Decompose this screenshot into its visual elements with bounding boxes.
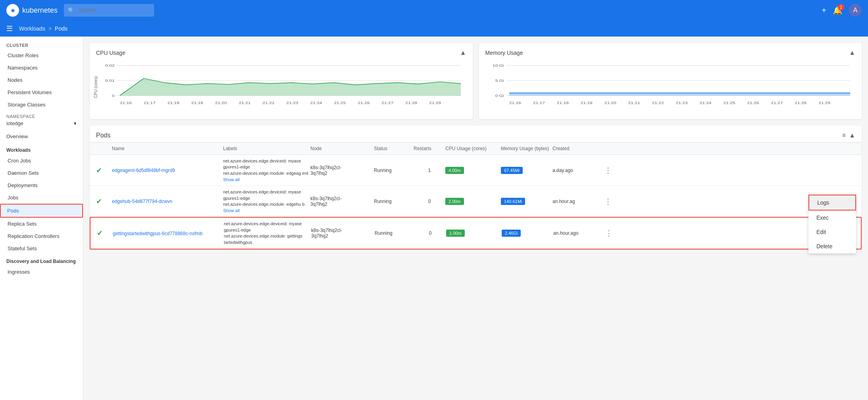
row2-memory-badge: 140.61Mi: [501, 198, 525, 205]
breadcrumb-bar: ☰ Workloads > Pods: [0, 21, 868, 37]
svg-text:0: 0: [112, 93, 115, 98]
sidebar-item-storage-classes[interactable]: Storage Classes: [0, 99, 83, 111]
namespace-section: Namespace iotedge ▾: [0, 111, 83, 129]
context-menu: Logs Exec Edit Delete: [808, 195, 856, 253]
memory-chart-area: 10 Gi 5 Gi 0 Gi 21:16 21:17 21:18 21:19 …: [485, 61, 856, 113]
sidebar-item-ingresses[interactable]: Ingresses: [0, 266, 83, 278]
row3-more-button[interactable]: ⋮: [601, 229, 617, 238]
th-restarts: Restarts: [414, 146, 445, 151]
main-content: CPU Usage ▲ 0.02 0.01 0: [83, 37, 868, 400]
discovery-section-header: Discovery and Load Balancing: [0, 255, 83, 266]
cpu-chart-title: CPU Usage: [96, 50, 125, 56]
sidebar-item-overview[interactable]: Overview: [0, 129, 83, 143]
avatar[interactable]: A: [849, 4, 862, 17]
svg-text:21:26: 21:26: [747, 100, 759, 105]
sidebar-item-persistent-volumes[interactable]: Persistent Volumes: [0, 86, 83, 99]
th-labels: Labels: [223, 146, 310, 151]
row1-restarts: 1: [414, 168, 445, 173]
row1-created: a.day.ago: [552, 168, 600, 173]
sidebar-item-replica-sets[interactable]: Replica Sets: [0, 218, 83, 230]
sidebar-item-namespaces[interactable]: Namespaces: [0, 62, 83, 74]
filter-icon[interactable]: ≡: [842, 132, 846, 139]
cpu-y-axis-label: CPU (cores): [94, 76, 98, 98]
memory-chart-header: Memory Usage ▲: [485, 49, 856, 56]
svg-text:21:27: 21:27: [381, 100, 393, 105]
row2-created: an.hour.ag: [552, 199, 600, 204]
row2-more-button[interactable]: ⋮: [600, 197, 616, 206]
row3-status-icon: ✔: [97, 229, 113, 238]
hamburger-menu-icon[interactable]: ☰: [6, 24, 13, 33]
context-menu-logs[interactable]: Logs: [808, 195, 856, 211]
row1-cpu-badge: 4.00m: [445, 167, 464, 174]
namespace-chevron-icon: ▾: [74, 120, 77, 126]
memory-chart-collapse-icon[interactable]: ▲: [849, 49, 855, 56]
th-name: Name: [112, 146, 223, 151]
row2-show-all[interactable]: Show all: [223, 208, 240, 213]
row3-restarts: 0: [414, 230, 446, 236]
svg-text:21:25: 21:25: [334, 100, 346, 105]
context-menu-delete[interactable]: Delete: [808, 239, 856, 253]
cluster-section-header: Cluster: [0, 37, 83, 49]
notification-badge: 2: [838, 4, 844, 10]
sidebar-item-nodes[interactable]: Nodes: [0, 74, 83, 86]
svg-text:21:25: 21:25: [723, 100, 735, 105]
row1-show-all[interactable]: Show all: [223, 177, 240, 182]
sidebar-item-daemon-sets[interactable]: Daemon Sets: [0, 167, 83, 179]
svg-text:21:23: 21:23: [676, 100, 687, 105]
row1-memory-badge: 67.45Mi: [501, 167, 523, 174]
row1-status: Running: [374, 168, 414, 173]
pods-collapse-icon[interactable]: ▲: [849, 132, 855, 139]
top-navbar: ⎈ kubernetes 🔍 + 🔔 2 A: [0, 0, 868, 21]
sidebar-item-cluster-roles[interactable]: Cluster Roles: [0, 49, 83, 62]
row1-memory: 67.45Mi: [501, 167, 552, 174]
svg-text:10 Gi: 10 Gi: [493, 63, 504, 68]
notifications-button[interactable]: 🔔 2: [833, 6, 843, 15]
table-header: Name Labels Node Status Restarts CPU Usa…: [90, 143, 862, 155]
row2-pod-link[interactable]: edgehub-54d877f794-dcwvn: [112, 199, 172, 204]
row2-status-icon: ✔: [96, 197, 112, 206]
search-wrapper: 🔍: [64, 4, 254, 17]
namespace-select[interactable]: iotedge ▾: [6, 120, 77, 126]
sidebar-item-deployments[interactable]: Deployments: [0, 179, 83, 191]
row3-pod-link[interactable]: gettingstartedwithgpus-6cd778868c-nxfmb: [113, 231, 202, 236]
sidebar-item-replication-controllers[interactable]: Replication Controllers: [0, 230, 83, 242]
svg-text:21:22: 21:22: [652, 100, 664, 105]
context-menu-edit[interactable]: Edit: [808, 225, 856, 239]
svg-text:21:18: 21:18: [556, 100, 568, 105]
row3-node: k8s-3q7lhq2cl- 3q7lhq2: [311, 228, 375, 239]
row3-cpu-badge: 1.00m: [446, 230, 465, 237]
memory-chart-title: Memory Usage: [485, 50, 523, 56]
table-row: ✔ edgehub-54d877f794-dcwvn net.azure-dev…: [90, 186, 862, 217]
svg-text:21:17: 21:17: [533, 100, 545, 105]
svg-text:21:22: 21:22: [263, 100, 275, 105]
namespace-label: Namespace: [6, 114, 77, 119]
svg-text:21:26: 21:26: [358, 100, 370, 105]
svg-text:21:24: 21:24: [699, 100, 711, 105]
row1-labels: net.azure-devices.edge.deviceid: myase g…: [223, 158, 310, 182]
breadcrumb-workloads[interactable]: Workloads: [19, 25, 45, 32]
pods-table-title: Pods: [96, 132, 110, 139]
svg-text:21:19: 21:19: [191, 100, 203, 105]
context-menu-exec[interactable]: Exec: [808, 211, 856, 225]
svg-text:21:21: 21:21: [239, 100, 251, 105]
sidebar-item-stateful-sets[interactable]: Stateful Sets: [0, 242, 83, 255]
row2-cpu-badge: 2.00m: [445, 198, 464, 205]
sidebar-item-jobs[interactable]: Jobs: [0, 191, 83, 204]
svg-text:21:28: 21:28: [795, 100, 806, 105]
th-cpu: CPU Usage (cores): [445, 146, 501, 151]
table-row: ✔ edgeagent-6d5df849bf-mgrd9 net.azure-d…: [90, 155, 862, 186]
cpu-chart-collapse-icon[interactable]: ▲: [460, 49, 466, 56]
table-row-highlighted: ✔ gettingstartedwithgpus-6cd778868c-nxfm…: [90, 217, 862, 249]
cpu-chart-card: CPU Usage ▲ 0.02 0.01 0: [90, 43, 473, 119]
row3-created: an.hour.ago: [553, 230, 601, 236]
app-name: kubernetes: [22, 6, 58, 15]
sidebar-item-pods[interactable]: Pods: [0, 204, 83, 218]
breadcrumb-separator: >: [48, 25, 52, 32]
search-input[interactable]: [64, 4, 154, 17]
row1-pod-link[interactable]: edgeagent-6d5df849bf-mgrd9: [112, 168, 175, 173]
add-button[interactable]: +: [822, 6, 826, 15]
cpu-chart-area: 0.02 0.01 0 21:16 21:17 21:18 21:19 21:2…: [96, 61, 466, 113]
sidebar-item-cron-jobs[interactable]: Cron Jobs: [0, 155, 83, 167]
row1-more-button[interactable]: ⋮: [600, 166, 616, 175]
breadcrumb-current: Pods: [55, 25, 67, 32]
